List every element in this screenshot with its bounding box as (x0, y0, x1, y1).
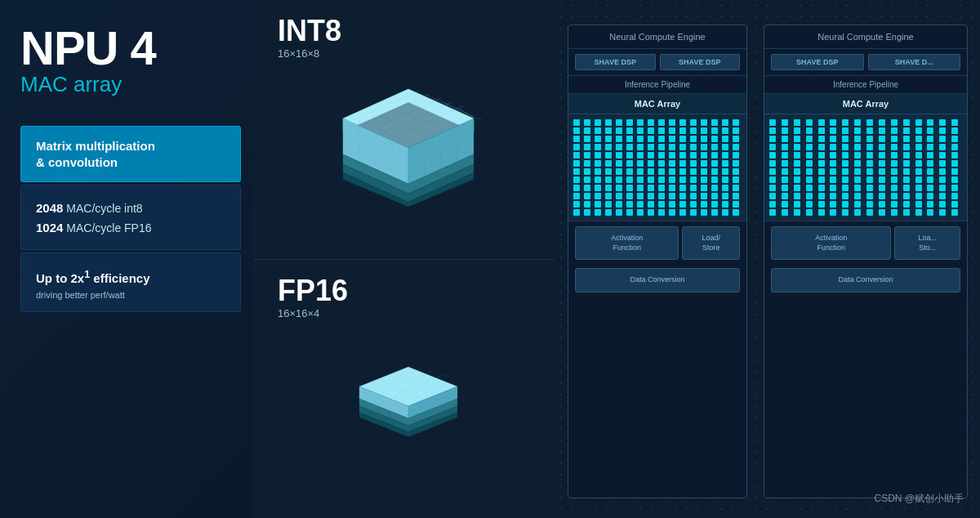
mac-card-body: 2048 MAC/cycle int8 1024 MAC/cycle FP16 (36, 199, 225, 238)
right-panel: Neural Compute Engine SHAVE DSP SHAVE DS… (555, 0, 980, 518)
data-conv-row-right: Data Conversion (764, 268, 967, 299)
inference-label-right: Inference Pipeline (764, 76, 967, 94)
info-cards: Matrix multiplication& convolution 2048 … (20, 126, 241, 312)
int8-dim: 16×16×8 (278, 47, 341, 60)
shave-row-right: SHAVE DSP SHAVE D... (764, 49, 967, 76)
load-store-right: Loa...Sto... (894, 226, 960, 260)
shave-chip-4: SHAVE D... (868, 54, 961, 70)
load-store-left: Load/Store (682, 226, 740, 260)
mac-fp16-value: 1024 (36, 221, 63, 234)
efficiency-sub: driving better perf/watt (36, 290, 225, 300)
fp16-type: FP16 (278, 276, 348, 306)
page-wrapper: NPU 4 MAC array Matrix multiplication& c… (0, 0, 980, 518)
mac-int8-value: 2048 (36, 201, 63, 215)
fp16-section: FP16 16×16×4 (253, 260, 564, 519)
npu-title: NPU 4 MAC array (20, 25, 241, 97)
shave-chip-2: SHAVE DSP (660, 54, 741, 70)
data-conv-row-left: Data Conversion (568, 268, 746, 299)
inference-label-left: Inference Pipeline (568, 76, 746, 94)
left-panel: NPU 4 MAC array Matrix multiplication& c… (0, 0, 261, 518)
data-conversion-right: Data Conversion (771, 268, 960, 292)
mac-array-left: MAC Array (568, 94, 746, 221)
middle-panel: INT8 16×16×8 (253, 0, 564, 518)
shave-row-left: SHAVE DSP SHAVE DSP (568, 49, 746, 76)
fp16-dim: 16×16×4 (278, 307, 348, 319)
mac-fp16-suffix: MAC/cycle FP16 (63, 221, 151, 234)
mac-array-right-header: MAC Array (764, 94, 967, 114)
int8-type: INT8 (278, 16, 341, 46)
dot (573, 119, 580, 126)
mac-dot-grid-left (568, 114, 746, 221)
nce-left-header: Neural Compute Engine (568, 25, 746, 49)
mac-array-right: MAC Array (764, 94, 967, 221)
int8-cube-svg (335, 76, 482, 207)
shave-chip-1: SHAVE DSP (575, 54, 656, 70)
mac-array-left-header: MAC Array (568, 94, 746, 114)
nce-right: Neural Compute Engine SHAVE DSP SHAVE D.… (764, 25, 968, 498)
mac-dot-grid-right (764, 114, 967, 221)
npu-main-title: NPU 4 (20, 25, 241, 72)
int8-cube (335, 76, 482, 207)
npu-sub-title: MAC array (20, 72, 241, 97)
int8-label: INT8 16×16×8 (278, 16, 341, 60)
fp16-label: FP16 16×16×4 (278, 276, 348, 319)
nce-left: Neural Compute Engine SHAVE DSP SHAVE DS… (568, 25, 747, 498)
efficiency-body: Up to 2x1 efficiency (36, 266, 225, 288)
matrix-card-title: Matrix multiplication& convolution (36, 138, 225, 170)
matrix-card: Matrix multiplication& convolution (20, 126, 241, 182)
efficiency-value: Up to 2x1 efficiency (36, 271, 150, 285)
bottom-blocks-right: ActivationFunction Loa...Sto... (764, 221, 967, 265)
bottom-blocks-left: ActivationFunction Load/Store (568, 221, 746, 265)
fp16-cube-svg (335, 352, 482, 450)
data-conversion-left: Data Conversion (575, 268, 740, 292)
mac-int8-suffix: MAC/cycle int8 (63, 202, 142, 215)
activation-function-left: ActivationFunction (575, 226, 679, 260)
activation-function-right: ActivationFunction (771, 226, 891, 260)
mac-card: 2048 MAC/cycle int8 1024 MAC/cycle FP16 (20, 185, 241, 250)
int8-section: INT8 16×16×8 (253, 0, 564, 260)
efficiency-card: Up to 2x1 efficiency driving better perf… (20, 252, 241, 312)
nce-right-header: Neural Compute Engine (764, 25, 967, 49)
fp16-cube (335, 352, 482, 450)
watermark: CSDN @赋创小助手 (874, 492, 964, 506)
shave-chip-3: SHAVE DSP (771, 54, 864, 70)
